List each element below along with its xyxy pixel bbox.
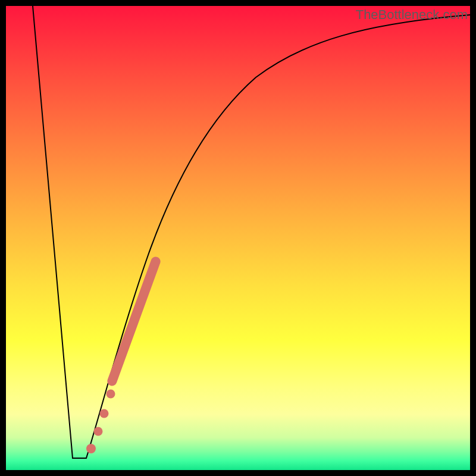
- watermark-text: TheBottleneck.com: [356, 7, 468, 23]
- data-marker: [86, 444, 96, 453]
- data-marker-cluster: [106, 255, 162, 387]
- data-marker: [94, 427, 103, 436]
- chart-container: TheBottleneck.com: [0, 0, 476, 476]
- data-marker: [100, 409, 109, 418]
- data-marker: [107, 390, 115, 399]
- chart-markers-layer: [6, 6, 470, 470]
